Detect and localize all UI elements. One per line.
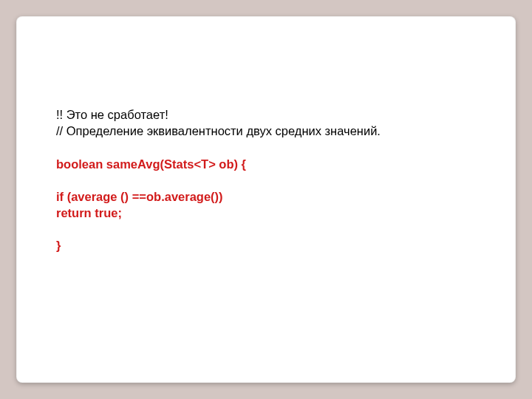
blank-line: [56, 140, 476, 156]
code-line-return: return true;: [56, 205, 476, 221]
blank-line: [56, 221, 476, 237]
code-line-if: if (average () ==ob.average()): [56, 188, 476, 205]
comment-line: // Определение эквивалентности двух сред…: [56, 123, 476, 139]
code-line-signature: boolean sameAvg(Stats<T> ob) {: [56, 156, 476, 172]
code-line-close: }: [56, 237, 476, 253]
warning-line: !! Это не сработает!: [56, 106, 476, 123]
blank-line: [56, 172, 476, 188]
slide-card: !! Это не сработает! // Определение экви…: [16, 16, 516, 383]
slide-content: !! Это не сработает! // Определение экви…: [56, 106, 476, 254]
